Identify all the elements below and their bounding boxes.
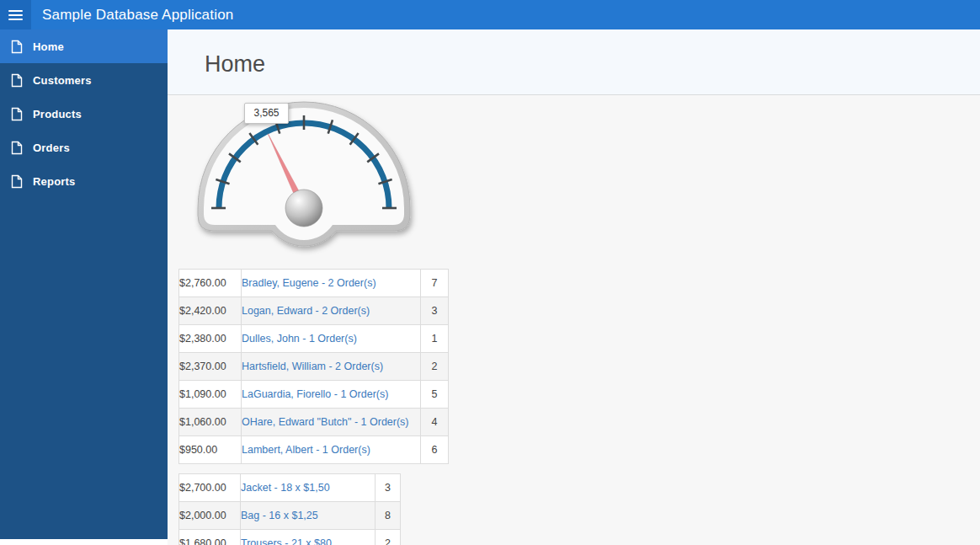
sidebar-item-label: Home <box>33 40 64 53</box>
product-link[interactable]: Bag - 16 x $1,25 <box>241 510 318 521</box>
table-row: $2,370.00Hartsfield, William - 2 Order(s… <box>179 353 449 381</box>
page-title: Home <box>168 29 980 77</box>
sidebar-item-label: Products <box>33 108 82 120</box>
amount-cell: $2,380.00 <box>179 325 242 353</box>
count-cell: 5 <box>421 381 449 409</box>
amount-cell: $2,370.00 <box>179 353 242 381</box>
description-cell: Bag - 16 x $1,25 <box>241 502 375 530</box>
table-row: $1,060.00OHare, Edward "Butch" - 1 Order… <box>179 409 449 436</box>
description-cell: Lambert, Albert - 1 Order(s) <box>242 436 421 464</box>
document-icon <box>11 141 23 155</box>
table-row: $950.00Lambert, Albert - 1 Order(s)6 <box>179 436 449 464</box>
gauge-value-label: 3,565 <box>244 103 289 124</box>
sidebar: HomeCustomersProductsOrdersReports <box>0 29 168 539</box>
product-link[interactable]: Trousers - 21 x $80 <box>241 537 332 545</box>
description-cell: Bradley, Eugene - 2 Order(s) <box>242 270 421 297</box>
gauge-image <box>186 97 422 257</box>
sidebar-item-label: Reports <box>33 175 76 188</box>
bottom-strip <box>0 539 168 545</box>
count-cell: 6 <box>421 436 449 464</box>
sidebar-item-reports[interactable]: Reports <box>0 164 168 198</box>
description-cell: LaGuardia, Fiorello - 1 Order(s) <box>242 381 421 409</box>
table-row: $2,420.00Logan, Edward - 2 Order(s)3 <box>179 297 449 325</box>
customer-link[interactable]: Bradley, Eugene - 2 Order(s) <box>242 277 376 289</box>
main-content: Home <box>168 29 980 545</box>
customer-link[interactable]: Hartsfield, William - 2 Order(s) <box>242 361 383 372</box>
count-cell: 1 <box>421 325 449 353</box>
table-row: $2,380.00Dulles, John - 1 Order(s)1 <box>179 325 449 353</box>
document-icon <box>11 107 23 121</box>
count-cell: 3 <box>375 474 401 502</box>
amount-cell: $2,700.00 <box>179 474 241 502</box>
description-cell: Logan, Edward - 2 Order(s) <box>242 297 421 325</box>
sales-gauge: 3,565 <box>186 97 439 265</box>
customer-link[interactable]: Dulles, John - 1 Order(s) <box>242 333 357 345</box>
table-row: $2,000.00Bag - 16 x $1,258 <box>179 502 401 530</box>
count-cell: 3 <box>421 297 449 325</box>
top-products-table: $2,700.00Jacket - 18 x $1,503$2,000.00Ba… <box>178 473 401 545</box>
gauge-hub <box>285 190 322 227</box>
document-icon <box>11 40 23 54</box>
count-cell: 2 <box>421 353 449 381</box>
sidebar-item-label: Customers <box>33 74 92 87</box>
customer-link[interactable]: OHare, Edward "Butch" - 1 Order(s) <box>242 416 409 428</box>
document-icon <box>11 174 23 189</box>
table-row: $2,760.00Bradley, Eugene - 2 Order(s)7 <box>179 270 449 297</box>
amount-cell: $1,090.00 <box>179 381 242 409</box>
amount-cell: $2,760.00 <box>179 270 242 297</box>
count-cell: 4 <box>421 409 449 436</box>
sidebar-item-customers[interactable]: Customers <box>0 63 168 97</box>
table-row: $2,700.00Jacket - 18 x $1,503 <box>179 474 401 502</box>
customer-link[interactable]: Logan, Edward - 2 Order(s) <box>242 305 370 317</box>
menu-button[interactable] <box>0 0 31 29</box>
amount-cell: $1,680.00 <box>179 530 241 545</box>
amount-cell: $2,420.00 <box>179 297 242 325</box>
description-cell: Hartsfield, William - 2 Order(s) <box>242 353 421 381</box>
app-header: Sample Database Application <box>0 0 980 29</box>
customer-link[interactable]: LaGuardia, Fiorello - 1 Order(s) <box>242 388 388 400</box>
sidebar-item-orders[interactable]: Orders <box>0 131 168 164</box>
document-icon <box>11 73 23 88</box>
product-link[interactable]: Jacket - 18 x $1,50 <box>241 482 330 494</box>
customer-link[interactable]: Lambert, Albert - 1 Order(s) <box>242 444 370 456</box>
description-cell: Dulles, John - 1 Order(s) <box>242 325 421 353</box>
sidebar-item-products[interactable]: Products <box>0 97 168 131</box>
app-title: Sample Database Application <box>42 0 234 29</box>
top-customers-table: $2,760.00Bradley, Eugene - 2 Order(s)7$2… <box>178 269 449 464</box>
table-row: $1,680.00Trousers - 21 x $802 <box>179 530 401 545</box>
count-cell: 8 <box>375 502 401 530</box>
app-window: Sample Database Application HomeCustomer… <box>0 0 980 545</box>
amount-cell: $2,000.00 <box>179 502 241 530</box>
amount-cell: $1,060.00 <box>179 409 242 436</box>
amount-cell: $950.00 <box>179 436 242 464</box>
table-row: $1,090.00LaGuardia, Fiorello - 1 Order(s… <box>179 381 449 409</box>
description-cell: OHare, Edward "Butch" - 1 Order(s) <box>242 409 421 436</box>
description-cell: Trousers - 21 x $80 <box>241 530 375 545</box>
description-cell: Jacket - 18 x $1,50 <box>241 474 375 502</box>
page-titlebar: Home <box>168 29 980 95</box>
sidebar-item-home[interactable]: Home <box>0 29 168 63</box>
count-cell: 2 <box>375 530 401 545</box>
sidebar-item-label: Orders <box>33 142 70 154</box>
hamburger-icon <box>8 10 23 12</box>
count-cell: 7 <box>421 270 449 297</box>
